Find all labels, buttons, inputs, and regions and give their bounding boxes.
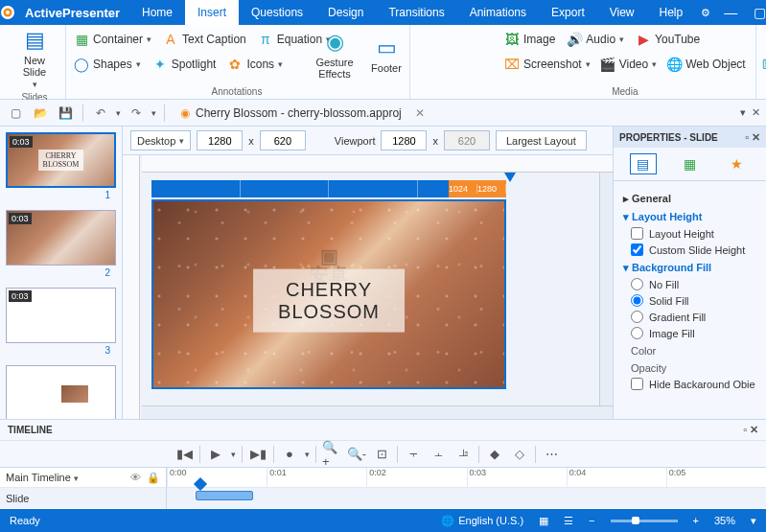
tl-split-button[interactable]: ⫟ <box>404 445 423 464</box>
solidfill-radio[interactable]: Solid Fill <box>631 294 756 307</box>
tl-zoomin-button[interactable]: 🔍+ <box>322 445 341 464</box>
save-icon[interactable]: 💾 <box>56 104 75 123</box>
tl-marker1-button[interactable]: ◆ <box>485 445 504 464</box>
slide-title-box[interactable]: CHERRY BLOSSOM <box>253 269 405 333</box>
minimize-button[interactable]: ― <box>716 5 745 20</box>
maximize-button[interactable]: ▢ <box>745 5 766 20</box>
tl-marker2-button[interactable]: ◇ <box>510 445 529 464</box>
timeline-pin-icon[interactable]: ▫ <box>743 424 747 435</box>
menu-export[interactable]: Export <box>539 0 597 25</box>
audio-button[interactable]: 🔊Audio▾ <box>567 29 624 50</box>
tl-more-button[interactable]: ⋯ <box>542 445 561 464</box>
undo-dropdown[interactable]: ▾ <box>116 108 121 118</box>
section-background-fill[interactable]: ▾ Background Fill <box>623 262 756 274</box>
video-button[interactable]: 🎬Video▾ <box>600 54 657 75</box>
new-slide-button[interactable]: ▤ New Slide ▾ <box>13 29 56 90</box>
slide-canvas[interactable]: ▣安卓 CHERRY BLOSSOM <box>151 199 506 389</box>
tl-main-label[interactable]: Main Timeline <box>6 472 71 483</box>
tl-eye-icon[interactable]: 👁 <box>130 472 141 484</box>
height-input[interactable] <box>260 130 306 150</box>
slide-thumb-3[interactable]: 0:03 3 <box>6 288 116 356</box>
canvas-scrollbar-h[interactable] <box>142 405 613 419</box>
dim-x: x <box>248 135 254 147</box>
tl-play-dropdown[interactable]: ▾ <box>231 450 236 459</box>
shapes-icon: ◯ <box>74 57 89 72</box>
props-close-icon[interactable]: ✕ <box>752 131 760 143</box>
panel-close-icon[interactable]: ✕ <box>752 106 760 119</box>
tl-prev-button[interactable]: ▮◀ <box>174 445 194 464</box>
youtube-button[interactable]: ▶YouTube <box>636 29 700 50</box>
tl-lock-icon[interactable]: 🔒 <box>147 472 160 484</box>
gear-icon[interactable]: ⚙ <box>695 7 716 19</box>
tl-trim-button[interactable]: ⫡ <box>453 445 473 464</box>
section-layout-height[interactable]: ▾ Layout Height <box>623 211 756 223</box>
gradientfill-radio[interactable]: Gradient Fill <box>631 311 756 323</box>
tl-play-button[interactable]: ▶ <box>206 445 225 464</box>
zoom-in-button[interactable]: + <box>693 515 699 526</box>
largest-layout-button[interactable]: Largest Layout <box>496 130 587 150</box>
shapes-button[interactable]: ◯Shapes▾ <box>74 54 141 75</box>
tl-clip[interactable] <box>196 491 253 500</box>
tl-slide-row[interactable]: Slide <box>0 488 166 508</box>
tl-cut-button[interactable]: ⫠ <box>429 445 448 464</box>
layout-height-check[interactable]: Layout Height <box>631 227 756 240</box>
menu-transitions[interactable]: Transitions <box>376 0 456 25</box>
nofill-radio[interactable]: No Fill <box>631 278 756 290</box>
menu-help[interactable]: Help <box>647 0 696 25</box>
icons-button[interactable]: ✿Icons▾ <box>227 54 283 75</box>
hidebg-check[interactable]: Hide Backaround Obie <box>631 378 756 390</box>
tl-record-dropdown[interactable]: ▾ <box>305 450 310 459</box>
slide-thumb-4[interactable]: 4 <box>6 365 116 419</box>
menu-view[interactable]: View <box>597 0 647 25</box>
tl-zoomout-button[interactable]: 🔍- <box>347 445 366 464</box>
footer-button[interactable]: ▭Footer <box>365 31 407 80</box>
props-tab-star[interactable]: ★ <box>724 153 751 174</box>
tl-next-button[interactable]: ▶▮ <box>248 445 267 464</box>
menu-animations[interactable]: Animations <box>457 0 539 25</box>
webobject-button[interactable]: 🌐Web Object <box>666 54 745 75</box>
undo-button[interactable]: ↶ <box>91 104 110 123</box>
section-general[interactable]: ▸ General <box>623 193 756 205</box>
tl-zoomfit-button[interactable]: ⊡ <box>372 445 391 464</box>
new-doc-icon[interactable]: ▢ <box>6 104 25 123</box>
textcaption-button[interactable]: AText Caption <box>163 29 246 50</box>
image-button[interactable]: 🖼Image <box>504 29 555 50</box>
status-view-list[interactable]: ☰ <box>564 515 573 527</box>
redo-dropdown[interactable]: ▾ <box>151 108 156 118</box>
menu-home[interactable]: Home <box>129 0 185 25</box>
viewport-w-input[interactable] <box>381 130 427 150</box>
imagefill-radio[interactable]: Image Fill <box>631 327 756 339</box>
width-input[interactable] <box>197 130 243 150</box>
zoom-slider[interactable] <box>611 520 678 522</box>
props-tab-slide[interactable]: ▤ <box>630 153 657 174</box>
menu-design[interactable]: Design <box>315 0 376 25</box>
screenshot-button[interactable]: ⌧Screenshot▾ <box>504 54 591 75</box>
menu-insert[interactable]: Insert <box>185 0 239 25</box>
person-icon: ✿ <box>227 57 243 72</box>
spotlight-button[interactable]: ✦Spotlight <box>152 54 217 75</box>
ruler-marker[interactable] <box>504 173 516 182</box>
props-pin-icon[interactable]: ▫ <box>745 131 749 143</box>
device-select[interactable]: Desktop▾ <box>130 130 191 150</box>
slide-thumb-1[interactable]: 0:03CHERRY BLOSSOM 1 <box>6 132 116 200</box>
timeline-close-icon[interactable]: ✕ <box>750 424 758 435</box>
doc-close-button[interactable]: ✕ <box>415 106 425 120</box>
menu-questions[interactable]: Questions <box>239 0 315 25</box>
status-lang[interactable]: 🌐 English (U.S.) <box>441 515 523 527</box>
gesture-effects-button[interactable]: ◉Gesture Effects <box>313 31 356 80</box>
slide-thumb-2[interactable]: 0:03 2 <box>6 210 116 278</box>
open-icon[interactable]: 📂 <box>31 104 50 123</box>
custom-slide-height-check[interactable]: Custom Slide Height <box>631 243 756 256</box>
status-view-grid[interactable]: ▦ <box>539 515 548 527</box>
zoom-value: 35% <box>714 515 735 526</box>
panel-pin-icon[interactable]: ▾ <box>740 106 746 119</box>
props-tab-media[interactable]: ▦ <box>677 153 704 174</box>
zoom-out-button[interactable]: − <box>589 515 594 526</box>
redo-button[interactable]: ↷ <box>127 104 146 123</box>
zoom-dropdown[interactable]: ▾ <box>751 515 756 527</box>
opacity-label: Opacity <box>631 362 756 374</box>
container-button[interactable]: ▦Container▾ <box>74 29 151 50</box>
tl-record-button[interactable]: ● <box>280 445 299 464</box>
text-icon: A <box>163 32 178 47</box>
canvas-scrollbar-v[interactable] <box>599 173 613 405</box>
